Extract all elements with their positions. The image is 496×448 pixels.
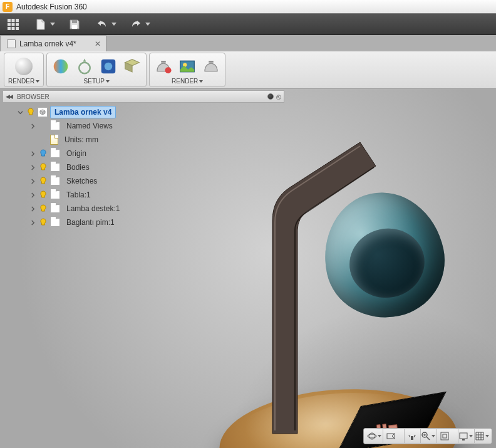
tree-item-label[interactable]: Units: mm [61,134,102,145]
setup-label: SETUP [84,78,105,85]
tree-item-origin[interactable]: Origin [3,147,284,160]
settings-dot-icon[interactable] [267,93,274,100]
cube-icon [7,39,16,48]
svg-rect-2 [16,19,19,22]
undo-button[interactable] [94,17,116,32]
tree-item-tabla[interactable]: Tabla:1 [3,188,284,202]
svg-rect-4 [12,23,15,26]
grid-settings-button[interactable] [474,429,489,443]
chevron-down-icon [145,23,150,26]
file-menu-button[interactable] [33,17,55,32]
chevron-down-icon [111,23,116,26]
zoom-button[interactable] [420,429,435,443]
workspace-label: RENDER [8,78,34,85]
expand-icon[interactable] [29,164,36,171]
svg-point-11 [54,59,68,73]
capture-image-button[interactable] [177,57,197,76]
orbit-button[interactable] [366,429,381,443]
folder-icon [50,122,60,130]
tree-item-label[interactable]: Origin [63,148,90,159]
visibility-bulb-icon[interactable] [39,149,48,158]
render-label: RENDER [172,78,198,85]
folder-icon [50,177,60,185]
chevron-down-icon [378,435,381,437]
chevron-down-icon [485,435,489,437]
pin-icon[interactable]: ⎋ [276,92,281,102]
browser-header: ◀◀ BROWSER ⎋ [3,90,284,103]
tree-item-bodies[interactable]: Bodies [3,160,284,174]
render-button[interactable] [201,57,221,76]
fit-button[interactable] [437,429,452,443]
visibility-bulb-icon[interactable] [39,190,48,199]
title-bar: F Autodesk Fusion 360 [0,0,496,14]
document-tab[interactable]: Lamba ornek v4* ✕ [0,35,106,51]
render-workspace-icon [9,57,38,76]
visibility-bulb-icon[interactable] [39,204,48,213]
visibility-bulb-icon[interactable] [26,108,35,117]
workspace-switcher[interactable]: RENDER [4,53,44,87]
component-icon [50,218,60,227]
expand-icon[interactable] [29,219,36,226]
svg-rect-9 [72,20,77,23]
document-tab-label: Lamba ornek v4* [19,39,76,48]
collapse-icon[interactable]: ◀◀ [6,93,12,100]
pan-button[interactable] [404,429,419,443]
tree-item-label[interactable]: Bodies [63,162,93,173]
environment-button[interactable] [98,57,118,76]
chevron-down-icon [199,80,203,83]
tree-item-label[interactable]: Tabla:1 [63,189,95,201]
chevron-down-icon [431,435,435,437]
expand-placeholder [29,136,36,143]
chevron-down-icon [469,435,473,437]
tree-item-lamba-destek[interactable]: Lamba destek:1 [3,202,284,216]
redo-button[interactable] [128,17,150,32]
expand-icon[interactable] [29,177,36,185]
expand-icon[interactable] [16,108,24,116]
browser-panel: ◀◀ BROWSER ⎋ Lamba ornek v4 Named Views [3,90,284,232]
expand-icon[interactable] [29,122,36,130]
browser-tree: Lamba ornek v4 Named Views Units: mm [3,103,284,232]
expand-icon[interactable] [29,191,36,199]
component-icon [50,204,60,213]
visibility-bulb-icon[interactable] [39,163,48,172]
save-button[interactable] [66,17,83,32]
svg-point-14 [105,62,113,70]
visibility-bulb-icon[interactable] [39,218,48,227]
appearance-button[interactable] [51,57,71,76]
tree-root-row[interactable]: Lamba ornek v4 [3,105,284,119]
component-icon [38,107,48,117]
chevron-down-icon [50,23,55,26]
expand-icon[interactable] [29,205,36,212]
close-icon[interactable]: ✕ [93,39,102,48]
chevron-down-icon [36,80,39,83]
navigation-bar [363,428,492,444]
tree-item-named-views[interactable]: Named Views [3,119,284,133]
visibility-bulb-icon[interactable] [39,177,48,185]
data-panel-button[interactable] [5,17,21,32]
in-canvas-render-button[interactable] [153,57,173,76]
tree-root-label[interactable]: Lamba ornek v4 [50,106,116,118]
tree-item-label[interactable]: Lamba destek:1 [63,203,123,214]
folder-icon [50,149,60,158]
svg-rect-10 [72,25,77,29]
tree-item-sketches[interactable]: Sketches [3,174,284,188]
display-settings-button[interactable] [458,429,473,443]
tree-item-label[interactable]: Sketches [63,175,101,187]
expand-icon[interactable] [29,150,36,157]
tree-item-label[interactable]: Named Views [63,120,116,132]
tree-item-label[interactable]: Baglantı pim:1 [63,217,118,228]
render-panel: RENDER [149,53,225,87]
svg-rect-5 [16,23,19,26]
scene-settings-button[interactable] [75,57,95,76]
tree-item-baglanti-pim[interactable]: Baglantı pim:1 [3,216,284,229]
tree-item-units[interactable]: Units: mm [3,133,284,147]
texture-map-button[interactable] [122,57,142,76]
app-title: Autodesk Fusion 360 [16,3,87,11]
svg-rect-25 [441,432,448,440]
svg-point-15 [165,67,172,73]
look-at-button[interactable] [383,429,398,443]
viewport[interactable]: ◀◀ BROWSER ⎋ Lamba ornek v4 Named Views [0,89,496,448]
document-icon [50,135,58,145]
setup-panel: SETUP [46,53,147,87]
app-icon: F [3,2,13,12]
